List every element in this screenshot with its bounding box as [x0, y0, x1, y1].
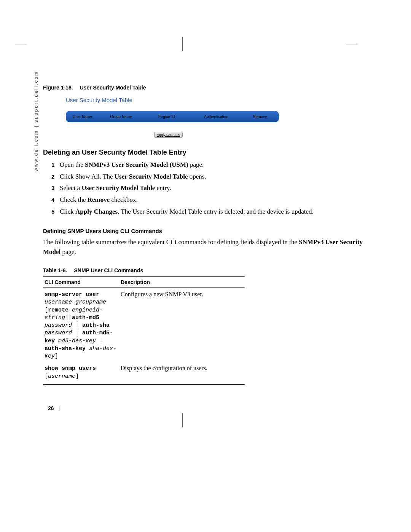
step-body: Check the Remove checkbox.: [60, 195, 374, 205]
cli-arg: string: [45, 315, 65, 321]
panel-table-header: User Name Group Name Engine ID Authentic…: [66, 111, 279, 122]
step-item: 5Click Apply Changes. The User Security …: [51, 207, 374, 217]
step-text: Open the: [60, 161, 85, 168]
table-title: SNMP User CLI Commands: [74, 267, 143, 273]
table-row: snmp-server user username groupname [rem…: [43, 288, 245, 362]
step-body: Select a User Security Model Table entry…: [60, 184, 374, 193]
crop-mark: [182, 413, 183, 427]
step-text-tail: page.: [188, 161, 204, 168]
col-header-description: Description: [119, 277, 245, 288]
page-footer: 26: [48, 405, 63, 411]
cli-keyword: auth-md5: [72, 315, 99, 321]
step-bold: Apply Changes: [75, 208, 118, 215]
step-text-tail: . The User Security Model Table entry is…: [118, 208, 314, 215]
col-header-remove: Remove: [241, 115, 279, 119]
cli-table: CLI Command Description snmp-server user…: [43, 276, 245, 385]
figure-panel: User Security Model Table User Name Grou…: [66, 97, 279, 138]
cli-text: [55, 338, 58, 344]
table-label: Table 1-6.: [43, 267, 67, 273]
col-header-command: CLI Command: [43, 277, 119, 288]
cli-arg: username: [48, 373, 75, 380]
intro-paragraph: The following table summarizes the equiv…: [43, 237, 374, 257]
step-item: 2Click Show All. The User Security Model…: [51, 172, 374, 182]
cli-command-cell: snmp-server user username groupname [rem…: [43, 288, 119, 362]
cli-text: [: [45, 307, 48, 313]
cli-keyword: auth-md5-: [82, 330, 113, 336]
sidebar-url: www.dell.com | support.dell.com: [33, 71, 39, 171]
page-number: 26: [48, 405, 54, 411]
step-item: 4Check the Remove checkbox.: [51, 195, 374, 205]
cli-text: ]: [55, 353, 58, 359]
cli-keyword: remote: [48, 307, 68, 313]
figure-title: User Security Model Table: [80, 85, 146, 91]
apply-changes-button[interactable]: Apply Changes: [154, 132, 183, 138]
cli-keyword: auth-sha-key: [45, 345, 86, 352]
cli-command-cell: show snmp users [username]: [43, 362, 119, 384]
cli-text: [68, 307, 72, 313]
cli-command-code: snmp-server user username groupname [rem…: [45, 291, 118, 360]
cli-text: [: [45, 373, 48, 380]
step-bold: Remove: [88, 196, 110, 203]
cli-arg: password: [45, 330, 72, 336]
para-text-tail: page.: [61, 248, 76, 256]
cli-description-cell: Configures a new SNMP V3 user.: [119, 288, 245, 362]
figure-caption: Figure 1-18. User Security Model Table: [43, 85, 374, 91]
crop-mark: [182, 37, 183, 51]
cli-arg: username groupname: [45, 299, 106, 305]
crop-mark: [15, 45, 27, 45]
cli-arg: key: [45, 353, 55, 359]
col-header-engine: Engine ID: [142, 115, 191, 119]
cli-arg: engineid-: [72, 307, 103, 313]
cli-text: ][: [65, 315, 72, 321]
cli-command-code: show snmp users [username]: [45, 365, 118, 380]
cli-keyword: auth-sha: [82, 322, 110, 329]
cli-arg: password: [45, 322, 72, 329]
cli-arg: md5-des-key: [58, 338, 96, 344]
cli-description-cell: Displays the configuration of users.: [119, 362, 245, 384]
step-text: Click Show All. The: [60, 173, 115, 180]
step-body: Click Show All. The User Security Model …: [60, 172, 374, 182]
panel-title: User Security Model Table: [66, 97, 279, 103]
cli-arg: sha-des-: [89, 345, 116, 352]
table-row: show snmp users [username]Displays the c…: [43, 362, 245, 384]
page-content: Figure 1-18. User Security Model Table U…: [43, 85, 374, 385]
cli-keyword: snmp-server user: [45, 291, 99, 298]
cli-text: |: [72, 330, 82, 336]
col-header-group: Group Name: [100, 115, 142, 119]
col-header-user: User Name: [66, 115, 100, 119]
step-number: 3: [51, 184, 60, 192]
step-text: Click: [60, 208, 75, 215]
step-bold: User Security Model Table: [115, 173, 188, 180]
step-body: Click Apply Changes. The User Security M…: [60, 207, 374, 217]
step-bold: User Security Model Table: [82, 184, 155, 192]
step-text-tail: entry.: [155, 184, 171, 192]
subheading: Defining SNMP Users Using CLI Commands: [43, 228, 374, 234]
step-number: 5: [51, 208, 60, 216]
step-text: Select a: [60, 184, 82, 192]
cli-keyword: show snmp users: [45, 365, 96, 372]
step-number: 2: [51, 173, 60, 181]
step-body: Open the SNMPv3 User Security Model (USM…: [60, 160, 374, 170]
step-text: Check the: [60, 196, 88, 203]
step-text-tail: opens.: [188, 173, 206, 180]
para-text: The following table summarizes the equiv…: [43, 238, 299, 246]
cli-text: [86, 345, 89, 352]
step-bold: SNMPv3 User Security Model (USM): [85, 161, 188, 168]
step-item: 1Open the SNMPv3 User Security Model (US…: [51, 160, 374, 170]
table-caption: Table 1-6. SNMP User CLI Commands: [43, 267, 374, 273]
cli-text: |: [96, 338, 103, 344]
step-text-tail: checkbox.: [110, 196, 138, 203]
figure-label: Figure 1-18.: [43, 85, 73, 91]
step-number: 4: [51, 196, 60, 204]
step-number: 1: [51, 161, 60, 169]
cli-text: |: [72, 322, 82, 329]
step-item: 3Select a User Security Model Table entr…: [51, 184, 374, 193]
cli-keyword: key: [45, 338, 55, 344]
steps-list: 1Open the SNMPv3 User Security Model (US…: [51, 160, 374, 216]
col-header-auth: Authentication: [191, 115, 241, 119]
section-heading: Deleting an User Security Model Table En…: [43, 149, 374, 157]
cli-text: ]: [75, 373, 79, 380]
crop-mark: [346, 45, 358, 45]
footer-separator: [59, 406, 59, 411]
